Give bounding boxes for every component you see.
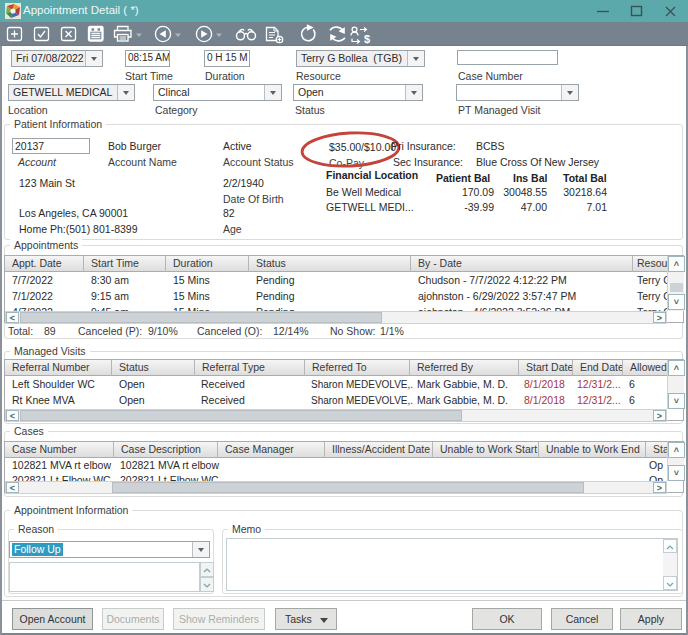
svg-text:$: $ — [364, 33, 370, 45]
